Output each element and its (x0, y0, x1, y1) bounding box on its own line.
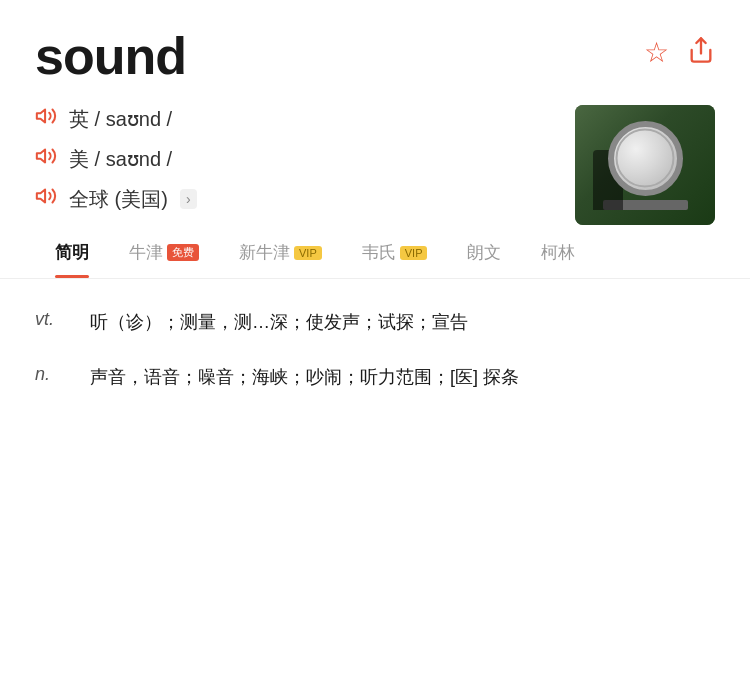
tab-new-oxford-badge: VIP (294, 246, 322, 260)
def-vt-row: vt. 听（诊）；测量，测…深；使发声；试探；宣告 (35, 307, 715, 338)
word-title-container: sound (35, 28, 186, 85)
tab-webster-label: 韦氏 (362, 241, 396, 264)
svg-marker-3 (37, 190, 45, 203)
def-n-text: 声音，语音；噪音；海峡；吵闹；听力范围；[医] 探条 (90, 362, 519, 393)
tab-collins-label: 柯林 (541, 241, 575, 264)
global-pron-chevron[interactable]: › (180, 189, 197, 209)
header-action-icons: ☆ (644, 36, 715, 71)
american-pron-row: 美 / saʊnd / (35, 145, 575, 173)
share-icon[interactable] (687, 36, 715, 71)
american-pron-label: 美 / saʊnd / (69, 146, 172, 173)
star-icon[interactable]: ☆ (644, 36, 669, 71)
tab-oxford-label: 牛津 (129, 241, 163, 264)
header: sound ☆ (0, 0, 750, 105)
pos-n: n. (35, 362, 70, 385)
pronunciation-section: 英 / saʊnd / 美 / saʊnd / 全球 ( (0, 105, 750, 225)
american-sound-icon[interactable] (35, 145, 57, 173)
def-n-row: n. 声音，语音；噪音；海峡；吵闹；听力范围；[医] 探条 (35, 362, 715, 393)
global-pron-row: 全球 (美国) › (35, 185, 575, 213)
tab-collins[interactable]: 柯林 (521, 225, 595, 278)
def-vt-text: 听（诊）；测量，测…深；使发声；试探；宣告 (90, 307, 468, 338)
tab-longman-label: 朗文 (467, 241, 501, 264)
british-pron-row: 英 / saʊnd / (35, 105, 575, 133)
svg-marker-2 (37, 150, 45, 163)
pos-vt: vt. (35, 307, 70, 330)
definitions-section: vt. 听（诊）；测量，测…深；使发声；试探；宣告 n. 声音，语音；噪音；海峡… (0, 279, 750, 444)
tab-new-oxford-label: 新牛津 (239, 241, 290, 264)
british-pron-label: 英 / saʊnd / (69, 106, 172, 133)
tab-oxford[interactable]: 牛津 免费 (109, 225, 219, 278)
tabs-bar: 简明 牛津 免费 新牛津 VIP 韦氏 VIP 朗文 柯林 (0, 225, 750, 279)
tab-simple-label: 简明 (55, 241, 89, 264)
pron-rows: 英 / saʊnd / 美 / saʊnd / 全球 ( (35, 105, 575, 217)
tab-webster-badge: VIP (400, 246, 428, 260)
global-sound-icon[interactable] (35, 185, 57, 213)
tab-longman[interactable]: 朗文 (447, 225, 521, 278)
word-thumbnail[interactable] (575, 105, 715, 225)
global-pron-label: 全球 (美国) (69, 186, 168, 213)
tab-webster[interactable]: 韦氏 VIP (342, 225, 448, 278)
svg-marker-1 (37, 110, 45, 123)
thumbnail-image (575, 105, 715, 225)
tab-new-oxford[interactable]: 新牛津 VIP (219, 225, 342, 278)
tab-simple[interactable]: 简明 (35, 225, 109, 278)
word-heading: sound (35, 28, 186, 85)
tab-oxford-badge: 免费 (167, 244, 199, 261)
british-sound-icon[interactable] (35, 105, 57, 133)
